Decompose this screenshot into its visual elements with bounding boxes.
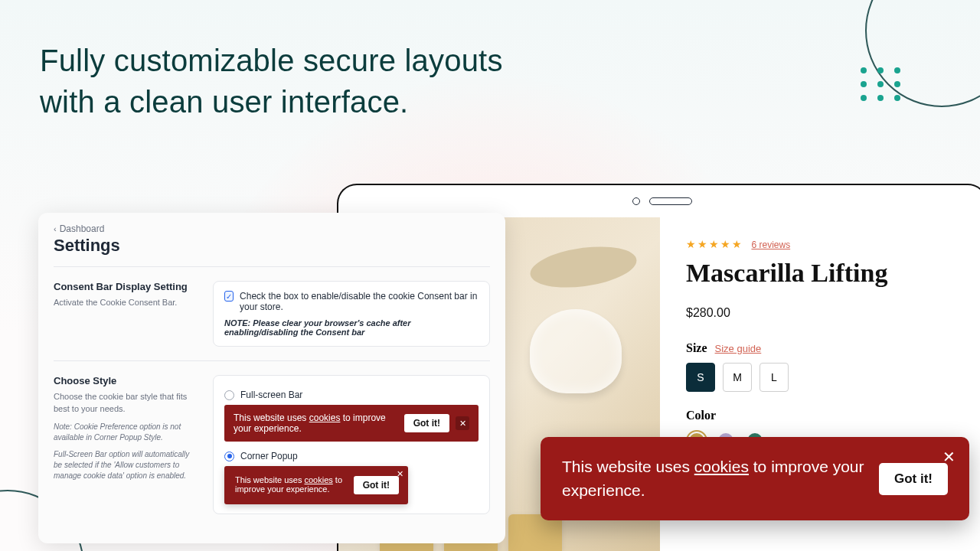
- gotit-button[interactable]: Got it!: [404, 414, 449, 432]
- size-option-s[interactable]: S: [686, 363, 715, 392]
- style-option-fullscreen[interactable]: Full-screen Bar: [224, 390, 479, 400]
- camera-icon: [632, 197, 640, 205]
- star-rating-icon: ★★★★★: [686, 238, 743, 250]
- gotit-button[interactable]: Got it!: [879, 463, 948, 495]
- close-icon[interactable]: ✕: [456, 416, 469, 430]
- cookie-consent-popup: ✕ This website uses cookies to improve y…: [541, 437, 969, 520]
- style-note-1: Note: Cookie Preference option is not av…: [54, 422, 199, 443]
- product-price: $280.00: [686, 306, 960, 320]
- product-title: Mascarilla Lifting: [686, 259, 960, 288]
- gotit-button[interactable]: Got it!: [354, 476, 399, 494]
- chevron-left-icon: ‹: [54, 224, 57, 233]
- cache-note: NOTE: Please clear your browser's cache …: [224, 318, 479, 337]
- color-label: Color: [686, 409, 960, 422]
- hero-line2: with a clean user interface.: [40, 81, 503, 122]
- enable-consent-checkbox[interactable]: ✓ Check the box to enable/disable the co…: [224, 291, 479, 312]
- section-heading: Consent Bar Display Setting: [54, 281, 199, 292]
- settings-card: ‹ Dashboard Settings Consent Bar Display…: [38, 213, 505, 543]
- breadcrumb[interactable]: ‹ Dashboard: [54, 223, 490, 234]
- style-option-corner[interactable]: Corner Popup: [224, 451, 479, 461]
- section-heading: Choose Style: [54, 375, 199, 386]
- section-desc: Choose the cookie bar style that fits be…: [54, 391, 199, 416]
- checkbox-icon: ✓: [224, 291, 234, 302]
- corner-popup-preview: ✕ This website uses cookies to improve y…: [224, 466, 408, 504]
- page-title: Settings: [54, 236, 490, 256]
- close-icon[interactable]: ✕: [942, 448, 956, 466]
- cookie-message: This website uses cookies to improve you…: [562, 455, 865, 502]
- size-option-l[interactable]: L: [760, 363, 789, 392]
- hero-headline: Fully customizable secure layouts with a…: [40, 40, 503, 122]
- reviews-link[interactable]: 6 reviews: [751, 240, 790, 250]
- radio-icon: [224, 452, 234, 461]
- size-option-m[interactable]: M: [723, 363, 752, 392]
- dot-grid-icon: [861, 67, 903, 101]
- section-desc: Activate the Cookie Consent Bar.: [54, 297, 199, 309]
- size-guide-link[interactable]: Size guide: [715, 343, 762, 354]
- fullscreen-bar-preview: This website uses cookies to improve you…: [224, 405, 479, 442]
- style-note-2: Full-Screen Bar option will automaticall…: [54, 449, 199, 481]
- radio-icon: [224, 390, 234, 400]
- speaker-icon: [649, 197, 692, 205]
- hero-line1: Fully customizable secure layouts: [40, 40, 503, 81]
- size-label: Size: [686, 341, 707, 355]
